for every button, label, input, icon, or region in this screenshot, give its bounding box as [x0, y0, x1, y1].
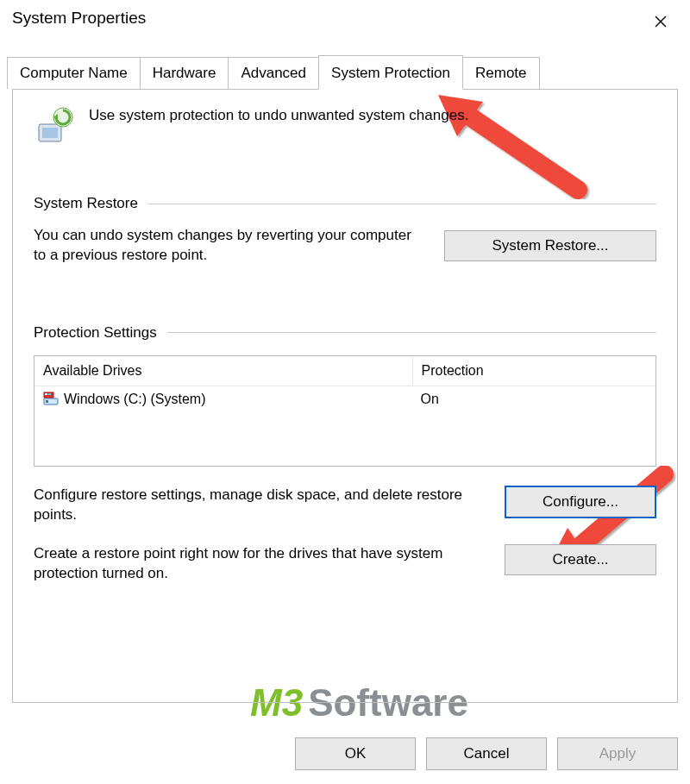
- intro-row: Use system protection to undo unwanted s…: [34, 105, 656, 147]
- group-system-restore: System Restore You can undo system chang…: [34, 195, 656, 266]
- system-properties-window: System Properties Computer Name Hardware…: [0, 0, 690, 784]
- drive-protection-status: On: [412, 386, 656, 412]
- system-restore-description: You can undo system changes by reverting…: [34, 226, 423, 266]
- tab-hardware[interactable]: Hardware: [140, 57, 229, 89]
- titlebar: System Properties: [0, 0, 690, 36]
- window-title: System Properties: [12, 9, 146, 28]
- col-available-drives: Available Drives: [34, 356, 413, 386]
- close-button[interactable]: [643, 9, 678, 34]
- svg-rect-6: [45, 393, 47, 395]
- drives-table: Available Drives Protection: [34, 355, 656, 467]
- apply-button[interactable]: Apply: [557, 737, 678, 770]
- svg-rect-7: [48, 393, 51, 395]
- dialog-button-bar: OK Cancel Apply: [295, 737, 678, 770]
- system-restore-button[interactable]: System Restore...: [444, 230, 656, 261]
- group-heading-protection-settings: Protection Settings: [34, 324, 656, 342]
- drive-name: Windows (C:) (System): [64, 392, 205, 407]
- system-restore-row: You can undo system changes by reverting…: [34, 226, 656, 266]
- svg-rect-4: [46, 400, 48, 403]
- drives-rows: Windows (C:) (System) On: [34, 386, 656, 466]
- group-heading-system-restore: System Restore: [34, 195, 656, 212]
- tab-computer-name[interactable]: Computer Name: [7, 57, 141, 89]
- system-protection-icon: [34, 105, 75, 147]
- create-row: Create a restore point right now for the…: [34, 544, 656, 584]
- tab-remote[interactable]: Remote: [462, 57, 540, 89]
- tab-system-protection[interactable]: System Protection: [318, 55, 463, 90]
- configure-button[interactable]: Configure...: [505, 486, 656, 518]
- divider: [167, 332, 656, 333]
- drives-table-header: Available Drives Protection: [34, 356, 656, 386]
- svg-rect-1: [42, 128, 58, 138]
- col-protection: Protection: [413, 356, 656, 386]
- group-heading-label: Protection Settings: [34, 324, 157, 342]
- close-icon: [654, 15, 668, 28]
- group-heading-label: System Restore: [34, 195, 138, 212]
- group-protection-settings: Protection Settings Available Drives Pro…: [34, 324, 656, 584]
- ok-button[interactable]: OK: [295, 737, 416, 770]
- create-button[interactable]: Create...: [505, 544, 656, 575]
- table-row[interactable]: Windows (C:) (System) On: [34, 386, 656, 412]
- configure-row: Configure restore settings, manage disk …: [34, 486, 656, 525]
- create-description: Create a restore point right now for the…: [34, 544, 463, 584]
- divider: [148, 204, 656, 204]
- tab-strip: Computer Name Hardware Advanced System P…: [7, 55, 678, 89]
- cancel-button[interactable]: Cancel: [426, 737, 547, 770]
- tab-panel-system-protection: Use system protection to undo unwanted s…: [12, 89, 678, 703]
- configure-description: Configure restore settings, manage disk …: [34, 486, 463, 525]
- tab-advanced[interactable]: Advanced: [228, 57, 319, 89]
- drive-icon: [43, 392, 59, 407]
- intro-text: Use system protection to undo unwanted s…: [89, 105, 468, 124]
